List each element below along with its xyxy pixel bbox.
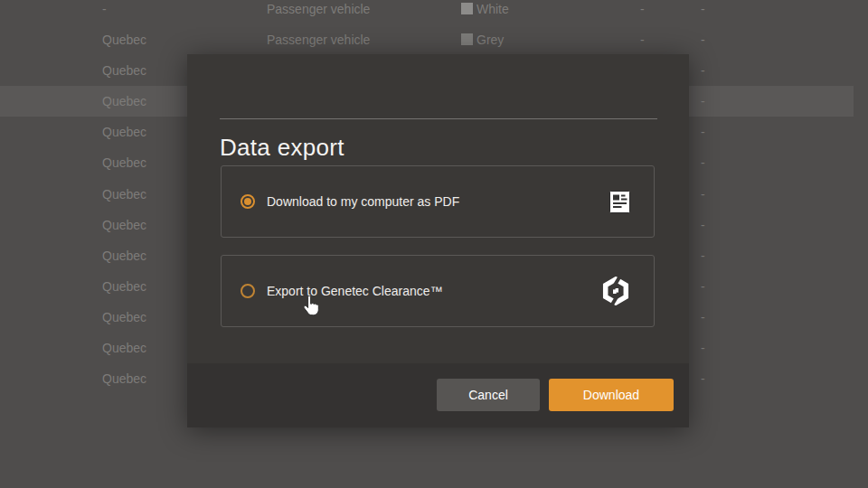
cell-value-5: - — [701, 86, 705, 117]
color-swatch — [461, 33, 473, 45]
cell-value-5: - — [701, 210, 705, 240]
cell-value-5: - — [701, 363, 705, 394]
data-export-dialog: Data export Download to my computer as P… — [187, 54, 689, 427]
pdf-document-icon — [609, 191, 630, 213]
cell-province: Quebec — [102, 210, 146, 240]
option-label: Download to my computer as PDF — [267, 194, 459, 209]
cell-value-4: - — [640, 24, 645, 55]
radio-download-pdf[interactable] — [241, 194, 255, 209]
cell-value-5: - — [701, 271, 705, 302]
cell-value-5: - — [701, 240, 705, 271]
cell-value-5: - — [701, 24, 705, 55]
cell-value-5: - — [701, 117, 705, 147]
cell-province: Quebec — [102, 86, 146, 117]
cell-province: Quebec — [102, 271, 146, 302]
cell-province: Quebec — [102, 363, 146, 394]
cell-vehicle-type: Passenger vehicle — [267, 24, 370, 55]
color-label: Grey — [476, 33, 504, 47]
cell-value-5: - — [701, 0, 705, 24]
cancel-button[interactable]: Cancel — [437, 379, 540, 411]
table-row[interactable]: Quebec Passenger vehicle Grey - - — [0, 24, 868, 55]
cell-value-5: - — [701, 179, 705, 210]
cell-color: Grey — [461, 24, 504, 55]
cell-value-4: - — [640, 0, 645, 24]
cell-province: - — [102, 0, 107, 24]
dialog-title: Data export — [220, 134, 344, 162]
option-export-clearance[interactable]: Export to Genetec Clearance™ — [221, 255, 655, 327]
cell-province: Quebec — [102, 24, 146, 55]
cell-province: Quebec — [102, 117, 146, 147]
color-label: White — [476, 2, 509, 16]
cell-value-5: - — [701, 302, 705, 333]
cell-vehicle-type: Passenger vehicle — [267, 0, 370, 24]
cell-color: White — [461, 0, 509, 24]
option-label: Export to Genetec Clearance™ — [267, 284, 443, 298]
option-download-pdf[interactable]: Download to my computer as PDF — [221, 165, 655, 238]
cell-value-5: - — [701, 147, 705, 178]
cell-value-5: - — [701, 333, 705, 363]
cell-province: Quebec — [102, 302, 146, 333]
table-row[interactable]: - Passenger vehicle White - - — [0, 0, 868, 24]
cell-province: Quebec — [102, 179, 146, 210]
cell-province: Quebec — [102, 55, 146, 86]
color-swatch — [461, 3, 473, 14]
dialog-footer: Cancel Download — [187, 363, 689, 427]
cell-province: Quebec — [102, 147, 146, 178]
title-divider — [220, 118, 657, 119]
download-button[interactable]: Download — [549, 379, 674, 411]
cell-province: Quebec — [102, 240, 146, 271]
cell-province: Quebec — [102, 333, 146, 363]
genetec-clearance-icon — [601, 277, 630, 305]
cell-value-5: - — [701, 55, 705, 86]
radio-export-clearance[interactable] — [241, 284, 255, 298]
